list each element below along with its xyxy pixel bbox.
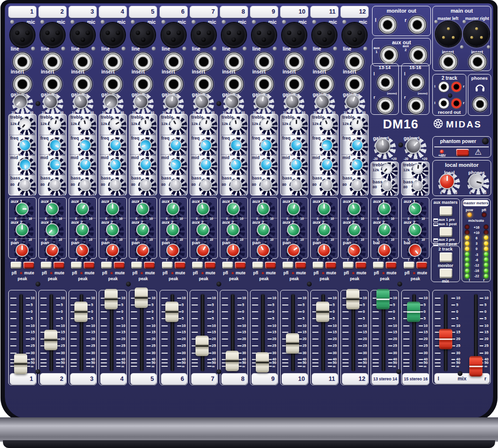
fader-tick xyxy=(328,362,332,363)
mute-button[interactable] xyxy=(235,262,246,269)
line-input-jack xyxy=(315,53,334,71)
insert-label: insert xyxy=(101,70,114,74)
pfl-button[interactable] xyxy=(11,262,21,269)
fader-handle[interactable] xyxy=(316,302,329,322)
fader-handle[interactable] xyxy=(346,289,359,309)
aux1-pre-post-button[interactable] xyxy=(440,206,452,216)
mute-button[interactable] xyxy=(325,262,336,269)
fader-handle[interactable] xyxy=(226,351,239,371)
aux2-pre-post-button[interactable] xyxy=(440,227,452,237)
fader-scale-number: 30 xyxy=(484,351,491,355)
fader-handle[interactable] xyxy=(439,329,452,349)
pfl-label: pfl xyxy=(371,271,382,275)
gain-knob[interactable] xyxy=(374,137,396,159)
mute-button[interactable] xyxy=(114,262,124,269)
fader-handle[interactable] xyxy=(44,330,57,350)
pfl-button[interactable] xyxy=(252,262,263,269)
fader-handle[interactable] xyxy=(165,302,178,322)
mute-button[interactable] xyxy=(23,262,34,269)
mute-button[interactable] xyxy=(84,262,94,269)
eq-max-label: +15 xyxy=(89,173,96,176)
fader-handle[interactable] xyxy=(469,356,482,376)
fader-tick xyxy=(282,305,288,305)
knob-pointer xyxy=(145,180,147,185)
fader-tick xyxy=(192,332,198,333)
channel-strip: 3miclineinsertgain301060treble12k0-15+15… xyxy=(69,5,97,385)
fader-handle[interactable] xyxy=(74,302,88,322)
divider xyxy=(311,154,338,155)
fader-handle[interactable] xyxy=(376,289,390,309)
fader-scale-number: 25 xyxy=(456,344,462,348)
fader-scale-number: 15 xyxy=(121,330,127,334)
fader-tick xyxy=(403,359,409,360)
fader-scale-number: 10 xyxy=(302,324,309,328)
pfl-button[interactable] xyxy=(101,262,112,269)
master-right-xlr xyxy=(464,22,489,46)
two-track-monitor-label: monitor xyxy=(431,264,460,268)
fader-handle[interactable] xyxy=(286,333,299,354)
divider xyxy=(341,218,368,218)
sub-15-16-mono: (mono) xyxy=(418,92,427,95)
mute-button[interactable] xyxy=(205,262,215,269)
fader-tick xyxy=(86,339,90,340)
pfl-button[interactable] xyxy=(313,262,323,269)
pfl-button[interactable] xyxy=(71,262,82,269)
eq-max-label: +15 xyxy=(119,173,126,176)
fader-tick xyxy=(161,345,168,346)
two-track-monitor-button[interactable] xyxy=(440,252,452,262)
fader-tick xyxy=(86,359,90,360)
pfl-button[interactable] xyxy=(283,262,293,269)
divider xyxy=(191,154,217,155)
mute-button[interactable] xyxy=(416,262,427,269)
fader-tick xyxy=(116,345,121,346)
fader-tick xyxy=(388,366,392,367)
divider xyxy=(9,154,36,155)
mute-button[interactable] xyxy=(265,262,276,269)
mute-button[interactable] xyxy=(386,262,396,269)
fader-handle[interactable] xyxy=(105,289,118,309)
pfl-button[interactable] xyxy=(404,262,414,269)
fader-tick xyxy=(298,325,302,326)
fader-scale-number: 25 xyxy=(212,344,218,348)
mute-button[interactable] xyxy=(144,262,155,269)
pfl-button[interactable] xyxy=(131,262,142,269)
fader-handle[interactable] xyxy=(256,352,269,373)
fader-scale-number: 20 xyxy=(363,337,369,341)
fader-tick xyxy=(131,345,137,346)
knob-pointer xyxy=(384,225,387,230)
fader-handle[interactable] xyxy=(135,287,148,308)
gain-knob[interactable] xyxy=(405,137,427,159)
fader-tick xyxy=(26,345,30,346)
divider xyxy=(191,238,217,239)
switch-up-icon xyxy=(433,218,438,222)
pfl-button[interactable] xyxy=(192,262,203,269)
knob-pointer xyxy=(236,144,240,146)
mute-button[interactable] xyxy=(295,262,306,269)
pfl-button[interactable] xyxy=(162,262,173,269)
mute-button[interactable] xyxy=(356,262,366,269)
fader-handle[interactable] xyxy=(407,302,420,322)
mute-button[interactable] xyxy=(175,262,185,269)
pfl-button[interactable] xyxy=(222,262,233,269)
pfl-button[interactable] xyxy=(41,262,52,269)
eq-max-label: +15 xyxy=(300,173,308,176)
phantom-power-button[interactable] xyxy=(456,149,469,156)
eq-max-label: +15 xyxy=(179,173,187,176)
two-track-mix-button[interactable] xyxy=(440,269,452,278)
fader-tick xyxy=(207,318,212,319)
fader-tick xyxy=(298,305,302,305)
fader-tick xyxy=(71,325,77,326)
pfl-button[interactable] xyxy=(343,262,354,269)
screw-icon xyxy=(182,47,186,51)
headphones-icon xyxy=(475,83,485,92)
two-track-mix-label: mix xyxy=(431,279,460,284)
pfl-button[interactable] xyxy=(373,262,384,269)
fader-handle[interactable] xyxy=(196,336,209,356)
fader-scale-number: 10 xyxy=(484,324,491,328)
fader-handle[interactable] xyxy=(14,354,27,374)
fader-tick xyxy=(40,305,47,305)
screw-icon xyxy=(216,282,221,287)
gain-min-label: -20 xyxy=(401,158,411,161)
mute-button[interactable] xyxy=(53,262,64,269)
knob-pointer xyxy=(295,160,297,164)
